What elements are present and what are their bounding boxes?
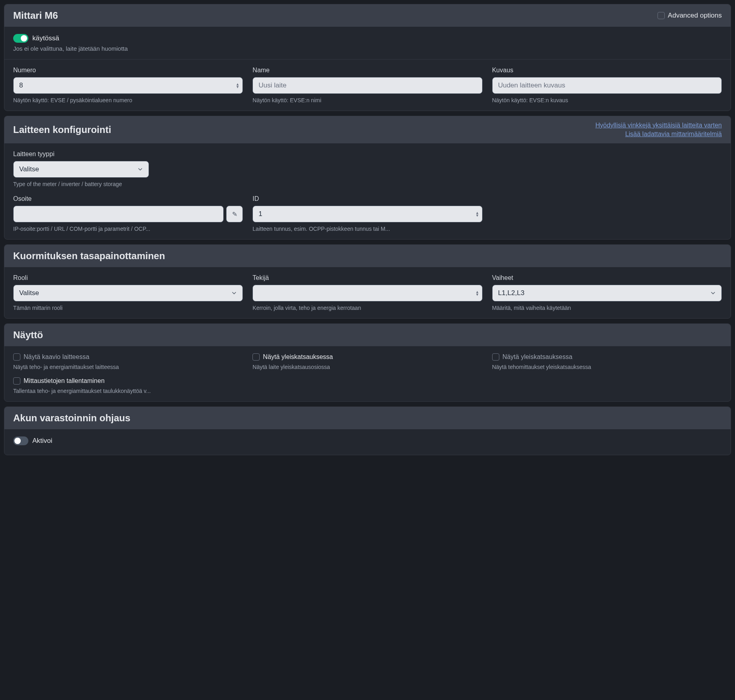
activate-toggle-label: Aktivoi: [32, 437, 52, 445]
meter-title: Mittari M6: [13, 10, 58, 21]
divider: [4, 59, 731, 59]
id-hint: Laitteen tunnus, esim. OCPP-pistokkeen t…: [252, 226, 482, 232]
id-input[interactable]: [252, 206, 482, 222]
device-type-select[interactable]: Valitse: [13, 161, 149, 178]
display-panel: Näyttö Näytä kaavio laitteessa Näytä teh…: [4, 323, 731, 402]
show-overview-hint: Näytä laite yleiskatsausosiossa: [252, 364, 482, 370]
display-title: Näyttö: [13, 329, 43, 341]
id-label: ID: [252, 195, 482, 202]
address-hint: IP-osoite:portti / URL / COM-portti ja p…: [13, 226, 243, 232]
save-data-hint: Tallentaa teho- ja energiamittaukset tau…: [13, 388, 722, 394]
battery-title: Akun varastoinnin ohjaus: [13, 412, 130, 424]
tips-link[interactable]: Hyödyllisiä vinkkejä yksittäisiä laittei…: [595, 122, 722, 129]
number-input[interactable]: [13, 77, 243, 94]
address-input[interactable]: [13, 206, 224, 222]
name-hint: Näytön käyttö: EVSE:n nimi: [252, 97, 482, 103]
factor-hint: Kerroin, jolla virta, teho ja energia ke…: [252, 305, 482, 311]
show-power-overview-checkbox[interactable]: [492, 353, 499, 361]
phases-select[interactable]: L1,L2,L3: [492, 285, 722, 301]
desc-input[interactable]: [492, 77, 722, 94]
phases-hint: Määritä, mitä vaiheita käytetään: [492, 305, 722, 311]
enabled-hint: Jos ei ole valittuna, laite jätetään huo…: [13, 45, 722, 52]
config-title: Laitteen konfigurointi: [13, 124, 111, 135]
factor-input[interactable]: [252, 285, 482, 301]
role-select[interactable]: Valitse: [13, 285, 243, 301]
defs-link[interactable]: Lisää ladattavia mittarimääritelmiä: [625, 131, 722, 138]
battery-header: Akun varastoinnin ohjaus: [4, 407, 731, 429]
phases-label: Vaiheet: [492, 274, 722, 282]
address-edit-button[interactable]: ✎: [226, 206, 243, 222]
show-power-overview-label: Näytä yleiskatsauksessa: [503, 353, 572, 361]
advanced-options-row: Advanced options: [658, 12, 722, 20]
enabled-toggle-label: käytössä: [32, 34, 59, 42]
desc-hint: Näytön käyttö: EVSE:n kuvaus: [492, 97, 722, 103]
number-label: Numero: [13, 67, 243, 74]
pencil-icon: ✎: [232, 210, 237, 218]
device-type-hint: Type of the meter / inverter / battery s…: [13, 181, 722, 187]
display-header: Näyttö: [4, 324, 731, 346]
meter-header: Mittari M6 Advanced options: [4, 4, 731, 27]
enabled-toggle[interactable]: [13, 34, 28, 43]
show-chart-hint: Näytä teho- ja energiamittaukset laittee…: [13, 364, 243, 370]
show-chart-checkbox[interactable]: [13, 353, 20, 361]
role-hint: Tämän mittarin rooli: [13, 305, 243, 311]
device-type-label: Laitteen tyyppi: [13, 151, 722, 158]
battery-panel: Akun varastoinnin ohjaus Aktivoi: [4, 407, 731, 455]
meter-panel: Mittari M6 Advanced options käytössä Jos…: [4, 4, 731, 111]
save-data-checkbox[interactable]: [13, 377, 20, 385]
name-input[interactable]: [252, 77, 482, 94]
address-label: Osoite: [13, 195, 243, 202]
show-power-overview-hint: Näytä tehomittaukset yleiskatsauksessa: [492, 364, 722, 370]
name-label: Name: [252, 67, 482, 74]
factor-label: Tekijä: [252, 274, 482, 282]
load-balance-header: Kuormituksen tasapainottaminen: [4, 245, 731, 267]
config-header: Laitteen konfigurointi Hyödyllisiä vinkk…: [4, 116, 731, 143]
advanced-options-checkbox[interactable]: [658, 12, 665, 19]
config-panel: Laitteen konfigurointi Hyödyllisiä vinkk…: [4, 116, 731, 240]
load-balance-panel: Kuormituksen tasapainottaminen Rooli Val…: [4, 244, 731, 319]
activate-toggle[interactable]: [13, 436, 28, 445]
role-label: Rooli: [13, 274, 243, 282]
load-balance-title: Kuormituksen tasapainottaminen: [13, 250, 165, 262]
desc-label: Kuvaus: [492, 67, 722, 74]
advanced-options-label: Advanced options: [668, 12, 722, 20]
show-overview-label: Näytä yleiskatsauksessa: [263, 353, 333, 361]
show-overview-checkbox[interactable]: [252, 353, 260, 361]
number-hint: Näytön käyttö: EVSE / pysäköintialueen n…: [13, 97, 243, 103]
show-chart-label: Näytä kaavio laitteessa: [24, 353, 89, 361]
save-data-label: Mittaustietojen tallentaminen: [24, 377, 105, 385]
